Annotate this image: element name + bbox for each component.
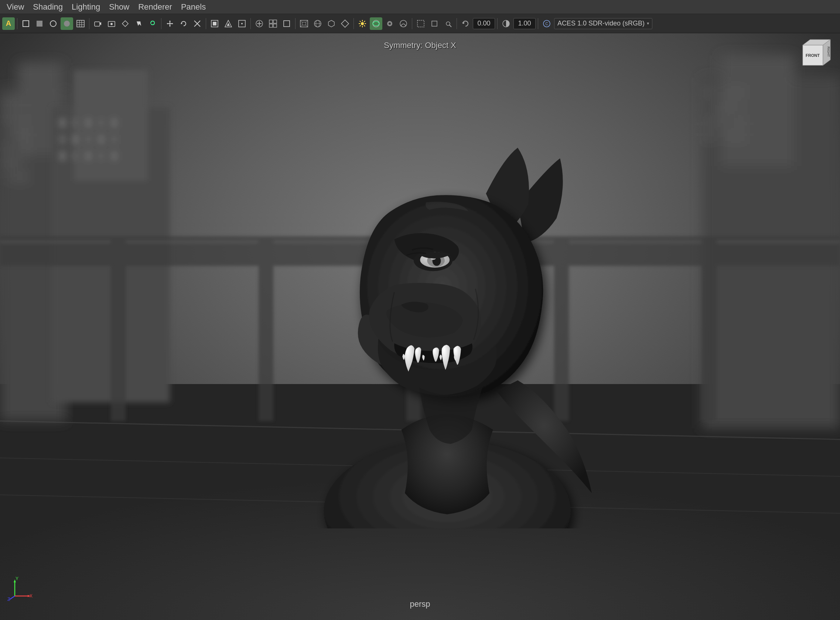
svg-rect-1 [36, 21, 42, 27]
tb-grid-btn[interactable] [267, 17, 279, 30]
tb-hex-btn[interactable] [325, 17, 338, 30]
tb-solid-btn[interactable] [33, 17, 46, 30]
tb-snap-btn[interactable] [119, 17, 131, 30]
svg-rect-79 [4, 129, 9, 137]
svg-rect-73 [4, 100, 9, 107]
tb-ao-btn[interactable] [397, 17, 409, 30]
tb-plus-btn[interactable] [253, 17, 266, 30]
svg-rect-4 [77, 20, 84, 27]
svg-rect-23 [213, 22, 217, 26]
svg-rect-76 [4, 114, 9, 122]
tb-texture-btn[interactable] [74, 17, 87, 30]
svg-rect-98 [717, 103, 722, 111]
tb-obj-btn[interactable] [208, 17, 221, 30]
tb-rotate-btn[interactable] [177, 17, 190, 30]
tb-smooth-btn[interactable] [60, 17, 73, 30]
svg-rect-124 [98, 151, 105, 161]
menu-show[interactable]: Show [105, 1, 133, 13]
ao-icon [399, 20, 408, 28]
tb-diamond-btn[interactable] [339, 17, 351, 30]
tb-move-btn[interactable] [164, 17, 176, 30]
svg-rect-116 [59, 135, 66, 144]
svg-marker-18 [172, 23, 173, 24]
tb-marquee-btn[interactable] [428, 17, 441, 30]
svg-rect-31 [269, 20, 272, 23]
svg-rect-85 [4, 159, 9, 166]
svg-rect-93 [706, 89, 711, 96]
persp-icon [300, 20, 309, 28]
plus-icon [255, 20, 263, 28]
value-box-1[interactable]: 0.00 [473, 18, 495, 29]
menu-shading[interactable]: Shading [29, 1, 66, 13]
svg-rect-105 [706, 133, 711, 140]
svg-marker-47 [341, 20, 349, 27]
svg-rect-122 [72, 151, 79, 161]
diamond-icon [341, 20, 349, 28]
value-box-2[interactable]: 1.00 [513, 18, 536, 29]
svg-marker-46 [341, 20, 349, 27]
tb-cam-btn[interactable] [92, 17, 104, 30]
svg-rect-0 [23, 21, 29, 27]
svg-rect-86 [13, 159, 18, 166]
svg-rect-74 [13, 100, 18, 107]
tb-edge-btn[interactable] [236, 17, 248, 30]
tb-lasso-btn[interactable] [146, 17, 159, 30]
tb-sel-mode-btn[interactable] [414, 17, 427, 30]
svg-rect-87 [22, 159, 28, 166]
tb-contrast-btn[interactable] [500, 17, 512, 30]
svg-line-54 [364, 25, 365, 26]
svg-point-59 [388, 23, 391, 25]
svg-rect-128 [111, 236, 126, 421]
paint-icon [444, 20, 452, 28]
svg-rect-84 [22, 144, 28, 151]
marquee-icon [431, 20, 438, 28]
svg-line-56 [360, 25, 361, 26]
svg-rect-97 [706, 103, 711, 111]
svg-rect-77 [13, 114, 18, 122]
tb-sphere-btn[interactable] [312, 17, 324, 30]
svg-marker-65 [462, 23, 465, 24]
tb-colorprofile-icon-btn[interactable]: C [540, 17, 553, 30]
tb-face-btn[interactable] [222, 17, 235, 30]
menu-lighting[interactable]: Lighting [68, 1, 104, 13]
svg-rect-95 [728, 89, 733, 96]
contrast-icon [502, 20, 510, 28]
face-icon [224, 20, 232, 28]
menu-view[interactable]: View [3, 1, 28, 13]
tb-wire-btn[interactable] [47, 17, 59, 30]
svg-rect-35 [284, 21, 290, 27]
tb-envlight-btn[interactable] [370, 17, 382, 30]
svg-rect-121 [59, 151, 66, 161]
tb-render-btn[interactable] [105, 17, 118, 30]
tb-paint-btn[interactable] [442, 17, 455, 30]
menu-panels[interactable]: Panels [177, 1, 209, 13]
separator-9 [456, 18, 457, 29]
move-icon [166, 20, 174, 27]
svg-rect-94 [717, 89, 722, 96]
edge-icon [238, 20, 246, 28]
menu-renderer[interactable]: Renderer [134, 1, 176, 13]
tb-persp-btn[interactable] [298, 17, 310, 30]
scale-icon [194, 20, 201, 27]
color-profile-dropdown[interactable]: ACES 1.0 SDR-video (sRGB) [554, 18, 652, 29]
wire-icon [50, 20, 57, 27]
tb-sqr-btn[interactable] [280, 17, 293, 30]
envlight-icon [372, 20, 380, 28]
svg-rect-113 [85, 118, 92, 127]
tb-shadow-btn[interactable] [384, 17, 396, 30]
svg-rect-90 [22, 173, 28, 181]
mode-button[interactable]: A [2, 17, 15, 30]
tb-select2-btn[interactable] [132, 17, 145, 30]
creature-model [270, 141, 603, 528]
tb-select-btn[interactable] [20, 17, 32, 30]
svg-rect-88 [4, 173, 9, 181]
tb-scale-btn[interactable] [191, 17, 203, 30]
tb-refresh-btn[interactable] [459, 17, 472, 30]
separator-4 [206, 18, 206, 29]
svg-rect-41 [302, 22, 306, 25]
viewport[interactable]: Symmetry: Object X persp FRONT RIGHT [0, 33, 840, 620]
svg-rect-123 [85, 151, 92, 161]
tb-light-btn[interactable] [356, 17, 369, 30]
svg-rect-115 [111, 118, 117, 127]
svg-rect-119 [98, 135, 105, 144]
